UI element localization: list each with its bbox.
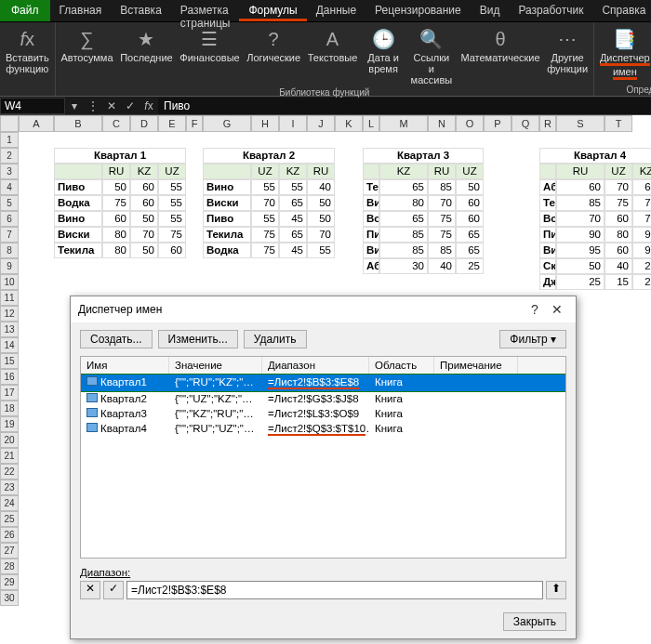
cell[interactable]: 85: [428, 243, 456, 258]
cell[interactable]: 65: [456, 227, 484, 243]
cell[interactable]: 60: [604, 243, 632, 258]
cell[interactable]: 60: [130, 195, 158, 211]
name-box-dropdown-icon[interactable]: ▾: [65, 99, 84, 112]
cell[interactable]: 60: [456, 211, 484, 227]
cell[interactable]: 65: [279, 227, 307, 243]
cell[interactable]: [203, 164, 251, 179]
cell[interactable]: KZ: [379, 164, 428, 179]
lookup-button[interactable]: 🔍Ссылки имассивы: [405, 24, 458, 87]
col-header[interactable]: O: [456, 115, 484, 132]
cell[interactable]: 50: [556, 258, 604, 274]
cell[interactable]: 70: [307, 227, 335, 243]
cell[interactable]: 65: [456, 243, 484, 258]
row-header[interactable]: 24: [0, 495, 19, 511]
col-header[interactable]: K: [335, 115, 363, 132]
row-header[interactable]: 30: [0, 590, 19, 606]
cell[interactable]: Квартал 1: [54, 148, 186, 164]
row-header[interactable]: 15: [0, 353, 19, 369]
cell[interactable]: Водка: [54, 195, 102, 211]
col-header[interactable]: J: [307, 115, 335, 132]
cell[interactable]: Виски: [363, 243, 379, 258]
cell[interactable]: Пиво: [363, 227, 379, 243]
collapse-dialog-icon[interactable]: ⬆: [546, 581, 566, 599]
row-header[interactable]: 21: [0, 448, 19, 464]
confirm-icon[interactable]: ✓: [121, 99, 140, 112]
row-header[interactable]: 13: [0, 322, 19, 337]
cell[interactable]: 95: [556, 243, 604, 258]
col-header[interactable]: D: [130, 115, 158, 132]
cell[interactable]: Абсент: [363, 258, 379, 274]
autosum-button[interactable]: ∑Автосумма: [58, 24, 117, 87]
cell[interactable]: 65: [379, 179, 428, 195]
col-header[interactable]: C: [102, 115, 130, 132]
list-item[interactable]: Квартал2{"";"UZ";"KZ";"RU":...=Лист2!$G$…: [81, 391, 565, 406]
row-header[interactable]: 10: [0, 274, 19, 290]
cell[interactable]: 60: [102, 211, 130, 227]
cell[interactable]: Квартал 4: [539, 148, 651, 164]
cell[interactable]: 75: [428, 211, 456, 227]
cell[interactable]: Водка: [363, 211, 379, 227]
cell[interactable]: RU: [307, 164, 335, 179]
cell[interactable]: 50: [102, 179, 130, 195]
cell[interactable]: 80: [379, 195, 428, 211]
cell[interactable]: Вино: [203, 179, 251, 195]
cell[interactable]: Джин: [539, 274, 556, 290]
logical-button[interactable]: ?Логические: [243, 24, 304, 87]
row-header[interactable]: 2: [0, 148, 19, 164]
cell[interactable]: 90: [632, 243, 651, 258]
tab-formulas[interactable]: Формулы: [239, 0, 306, 21]
row-header[interactable]: 5: [0, 195, 19, 211]
col-header[interactable]: P: [484, 115, 512, 132]
row-header[interactable]: 19: [0, 416, 19, 432]
cell[interactable]: 65: [279, 195, 307, 211]
cell[interactable]: Квартал 2: [203, 148, 335, 164]
col-header[interactable]: G: [203, 115, 251, 132]
cell[interactable]: 70: [251, 195, 279, 211]
ref-input[interactable]: [126, 581, 543, 599]
cell[interactable]: [54, 164, 102, 179]
cell[interactable]: 55: [158, 211, 186, 227]
col-name[interactable]: Имя: [81, 357, 169, 374]
cell[interactable]: 75: [158, 227, 186, 243]
cell[interactable]: Квартал 3: [363, 148, 484, 164]
insert-function-button[interactable]: fx Вставить функцию: [2, 24, 53, 76]
formula-input[interactable]: Пиво: [158, 98, 651, 114]
col-header[interactable]: S: [556, 115, 604, 132]
row-header[interactable]: 11: [0, 290, 19, 306]
cell[interactable]: 55: [158, 179, 186, 195]
col-value[interactable]: Значение: [169, 357, 262, 374]
row-header[interactable]: 16: [0, 369, 19, 385]
cell[interactable]: 30: [379, 258, 428, 274]
text-button[interactable]: AТекстовые: [304, 24, 361, 87]
cell[interactable]: 55: [158, 195, 186, 211]
cell[interactable]: 85: [379, 243, 428, 258]
cell[interactable]: Пиво: [203, 211, 251, 227]
tab-home[interactable]: Главная: [50, 0, 112, 21]
tab-help[interactable]: Справка: [592, 0, 651, 21]
cell[interactable]: 60: [632, 179, 651, 195]
cell[interactable]: 50: [456, 179, 484, 195]
cancel-ref-icon[interactable]: ✕: [80, 581, 100, 599]
cell[interactable]: 55: [279, 179, 307, 195]
more-button[interactable]: ⋯Другиефункции: [543, 24, 591, 87]
tab-layout[interactable]: Разметка страницы: [171, 0, 240, 21]
cell[interactable]: [539, 164, 556, 179]
row-header[interactable]: 28: [0, 559, 19, 574]
col-header[interactable]: N: [428, 115, 456, 132]
fx-bar-icon[interactable]: fx: [140, 99, 158, 112]
cell[interactable]: 65: [379, 211, 428, 227]
row-header[interactable]: 7: [0, 227, 19, 243]
tab-data[interactable]: Данные: [307, 0, 365, 21]
cell[interactable]: UZ: [158, 164, 186, 179]
name-manager-button[interactable]: 📑 Диспетчер имен: [596, 24, 651, 82]
cell[interactable]: 85: [379, 227, 428, 243]
cell[interactable]: Виски: [54, 227, 102, 243]
col-header[interactable]: T: [604, 115, 632, 132]
close-button[interactable]: Закрыть: [503, 612, 566, 631]
cell[interactable]: KZ: [130, 164, 158, 179]
cell[interactable]: 40: [428, 258, 456, 274]
cell[interactable]: 25: [456, 258, 484, 274]
cell[interactable]: [363, 164, 379, 179]
col-header[interactable]: I: [279, 115, 307, 132]
delete-button[interactable]: Удалить: [244, 330, 307, 348]
